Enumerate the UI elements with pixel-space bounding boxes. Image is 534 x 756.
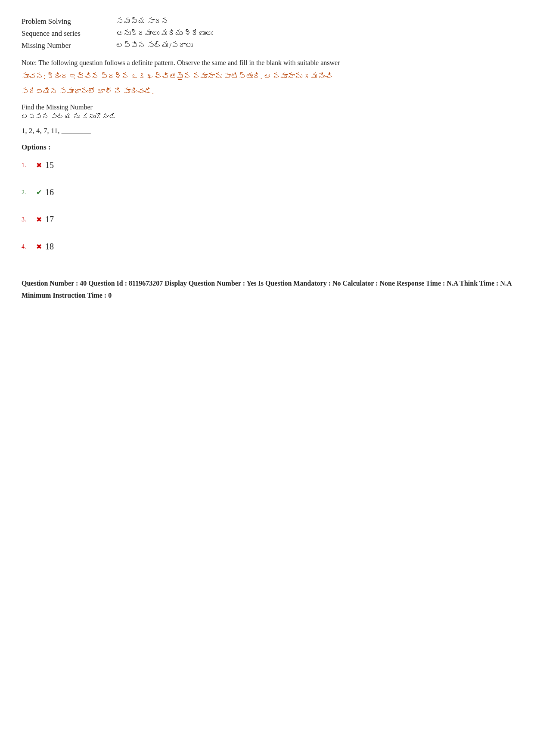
option-number-4: 4. — [22, 243, 34, 250]
option-row-4[interactable]: 4. ✖ 18 — [22, 242, 512, 252]
option-number-1: 1. — [22, 162, 34, 169]
meta-label-1: Problem Solving — [22, 17, 116, 26]
note-telugu-2: సరిఐయిన సమాధానంలో ఖాళీ ని పూరించండి. — [22, 86, 512, 97]
find-missing-telugu: లప్పిన సంఖ్య ను కనుగొనండి — [22, 113, 512, 121]
meta-value-1: సమస్య సాదన — [116, 17, 169, 26]
sequence-line: 1, 2, 4, 7, 11, ________ — [22, 127, 512, 135]
option-row-3[interactable]: 3. ✖ 17 — [22, 215, 512, 224]
meta-label-3: Missing Number — [22, 41, 116, 50]
meta-label-2: Sequence and series — [22, 29, 116, 38]
option-value-3: 17 — [45, 215, 54, 224]
find-missing-block: Find the Missing Number లప్పిన సంఖ్య ను … — [22, 103, 512, 121]
option-icon-3: ✖ — [36, 215, 42, 224]
option-icon-4: ✖ — [36, 243, 42, 251]
option-icon-1: ✖ — [36, 161, 42, 169]
option-row-1[interactable]: 1. ✖ 15 — [22, 160, 512, 170]
meta-row-2: Sequence and series అనుక్రమాలు మరియు శ్ర… — [22, 29, 512, 38]
instruction-block: Note: The following question follows a d… — [22, 58, 512, 97]
meta-row-1: Problem Solving సమస్య సాదన — [22, 17, 512, 26]
meta-value-2: అనుక్రమాలు మరియు శ్రేణులు — [116, 29, 213, 38]
meta-row-3: Missing Number లప్పిన సంఖ్య/పదాలు — [22, 41, 512, 50]
option-icon-2: ✔ — [36, 188, 42, 196]
option-value-1: 15 — [45, 160, 54, 170]
find-missing-english: Find the Missing Number — [22, 103, 512, 111]
note-english: Note: The following question follows a d… — [22, 58, 512, 68]
question-meta: Question Number : 40 Question Id : 81196… — [22, 277, 512, 301]
option-number-2: 2. — [22, 189, 34, 196]
meta-table: Problem Solving సమస్య సాదన Sequence and … — [22, 17, 512, 50]
option-number-3: 3. — [22, 216, 34, 223]
option-value-2: 16 — [45, 187, 54, 197]
meta-value-3: లప్పిన సంఖ్య/పదాలు — [116, 41, 193, 50]
option-row-2[interactable]: 2. ✔ 16 — [22, 187, 512, 197]
options-label: Options : — [22, 143, 512, 152]
note-telugu-1: సూచన: క్రింద ఇచ్చిన ప్రశ్న ఒక ఖచ్చితమైన … — [22, 71, 512, 82]
option-value-4: 18 — [45, 242, 54, 252]
